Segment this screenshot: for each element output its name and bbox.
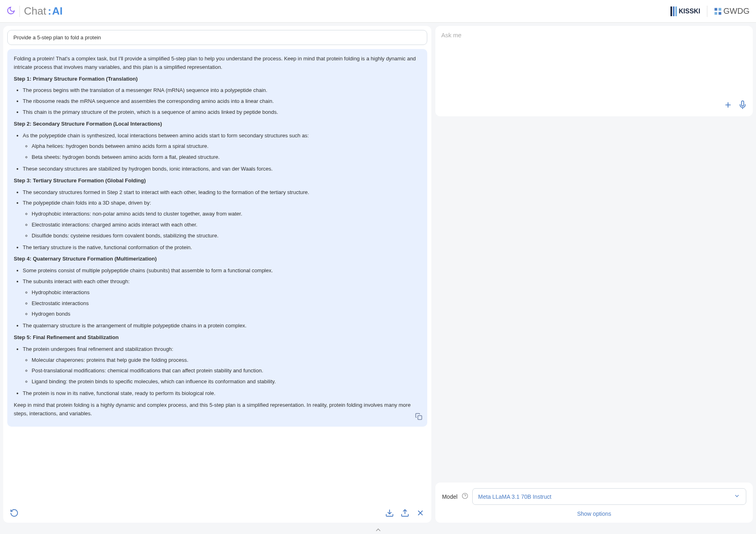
list-item: Disulfide bonds: cysteine residues form … bbox=[32, 232, 421, 240]
list-item: Hydrophobic interactions bbox=[32, 288, 421, 297]
step5-title: Step 5: Final Refinement and Stabilizati… bbox=[14, 334, 119, 340]
chat-footer bbox=[3, 504, 431, 523]
svg-rect-1 bbox=[718, 8, 721, 11]
input-card bbox=[435, 26, 753, 116]
right-panel: Model Meta LLaMA 3.1 70B Instruct Show o… bbox=[435, 26, 753, 523]
list-text: The protein undergoes final refinement a… bbox=[23, 346, 173, 352]
list-item: The secondary structures formed in Step … bbox=[23, 188, 421, 197]
logo-text: Chat bbox=[24, 5, 46, 17]
header-right: KISSKI GWDG bbox=[670, 6, 750, 17]
svg-rect-2 bbox=[714, 12, 717, 15]
list-item: This chain is the primary structure of t… bbox=[23, 108, 421, 117]
gwdg-logo[interactable]: GWDG bbox=[714, 6, 750, 16]
step2-title: Step 2: Secondary Structure Formation (L… bbox=[14, 121, 162, 127]
list-item: Molecular chaperones: proteins that help… bbox=[32, 356, 421, 365]
copy-icon[interactable] bbox=[415, 413, 422, 423]
list-item: Electrostatic interactions: charged amin… bbox=[32, 221, 421, 229]
divider bbox=[19, 6, 20, 17]
step4-title: Step 4: Quaternary Structure Formation (… bbox=[14, 256, 157, 262]
theme-toggle-icon[interactable] bbox=[6, 6, 15, 16]
show-options-link[interactable]: Show options bbox=[442, 511, 746, 517]
logo-ai: AI bbox=[52, 5, 63, 17]
list-text: The polypeptide chain folds into a 3D sh… bbox=[23, 200, 151, 206]
list-item: Hydrophobic interactions: non-polar amin… bbox=[32, 210, 421, 218]
list-item: The ribosome reads the mRNA sequence and… bbox=[23, 97, 421, 106]
svg-rect-0 bbox=[714, 8, 717, 11]
list-item: Post-translational modifications: chemic… bbox=[32, 367, 421, 375]
help-icon[interactable] bbox=[462, 493, 468, 500]
list-item: The process begins with the translation … bbox=[23, 86, 421, 95]
list-item: Hydrogen bonds bbox=[32, 310, 421, 318]
divider bbox=[707, 6, 707, 17]
list-item: These secondary structures are stabilize… bbox=[23, 165, 421, 173]
app-logo[interactable]: Chat : AI bbox=[24, 5, 63, 17]
chevron-down-icon bbox=[734, 493, 740, 500]
assistant-outro: Keep in mind that protein folding is a h… bbox=[14, 401, 421, 418]
model-selected-text: Meta LLaMA 3.1 70B Instruct bbox=[478, 493, 552, 500]
download-icon[interactable] bbox=[385, 508, 394, 519]
chat-content[interactable]: Provide a 5-step plan to fold a protein … bbox=[3, 26, 431, 504]
list-item: Ligand binding: the protein binds to spe… bbox=[32, 378, 421, 386]
header-left: Chat : AI bbox=[6, 5, 63, 17]
close-icon[interactable] bbox=[416, 508, 425, 519]
bottom-chevron[interactable] bbox=[0, 526, 756, 534]
list-item: Electrostatic interactions bbox=[32, 299, 421, 308]
list-item: The protein is now in its native, functi… bbox=[23, 389, 421, 398]
user-message-text: Provide a 5-step plan to fold a protein bbox=[13, 34, 101, 41]
user-message: Provide a 5-step plan to fold a protein bbox=[7, 30, 427, 45]
microphone-icon[interactable] bbox=[738, 100, 747, 111]
list-text: As the polypeptide chain is synthesized,… bbox=[23, 132, 309, 139]
main-container: Provide a 5-step plan to fold a protein … bbox=[0, 23, 756, 526]
list-item: The quaternary structure is the arrangem… bbox=[23, 322, 421, 330]
kisski-logo[interactable]: KISSKI bbox=[670, 6, 700, 16]
ask-input[interactable] bbox=[441, 32, 747, 100]
step1-title: Step 1: Primary Structure Formation (Tra… bbox=[14, 76, 138, 82]
model-label: Model bbox=[442, 493, 457, 500]
list-item: The polypeptide chain folds into a 3D sh… bbox=[23, 199, 421, 240]
list-item: As the polypeptide chain is synthesized,… bbox=[23, 132, 421, 162]
step3-title: Step 3: Tertiary Structure Formation (Gl… bbox=[14, 177, 146, 184]
kisski-text: KISSKI bbox=[679, 8, 700, 15]
list-item: The subunits interact with each other th… bbox=[23, 278, 421, 318]
header: Chat : AI KISSKI GWDG bbox=[0, 0, 756, 23]
gwdg-text: GWDG bbox=[724, 6, 750, 16]
list-item: The tertiary structure is the native, fu… bbox=[23, 244, 421, 252]
assistant-message: Folding a protein! That's a complex task… bbox=[7, 49, 427, 427]
svg-rect-4 bbox=[418, 415, 422, 419]
svg-rect-3 bbox=[718, 12, 721, 15]
list-item: Alpha helices: hydrogen bonds between am… bbox=[32, 142, 421, 151]
list-item: Some proteins consist of multiple polype… bbox=[23, 267, 421, 275]
undo-icon[interactable] bbox=[10, 508, 19, 519]
assistant-intro: Folding a protein! That's a complex task… bbox=[14, 55, 421, 72]
chat-panel: Provide a 5-step plan to fold a protein … bbox=[3, 26, 431, 523]
list-text: The subunits interact with each other th… bbox=[23, 278, 130, 284]
plus-icon[interactable] bbox=[724, 100, 732, 111]
model-select[interactable]: Meta LLaMA 3.1 70B Instruct bbox=[472, 488, 746, 505]
list-item: Beta sheets: hydrogen bonds between amin… bbox=[32, 153, 421, 162]
model-card: Model Meta LLaMA 3.1 70B Instruct Show o… bbox=[435, 483, 753, 523]
list-item: The protein undergoes final refinement a… bbox=[23, 345, 421, 386]
upload-icon[interactable] bbox=[400, 508, 409, 519]
